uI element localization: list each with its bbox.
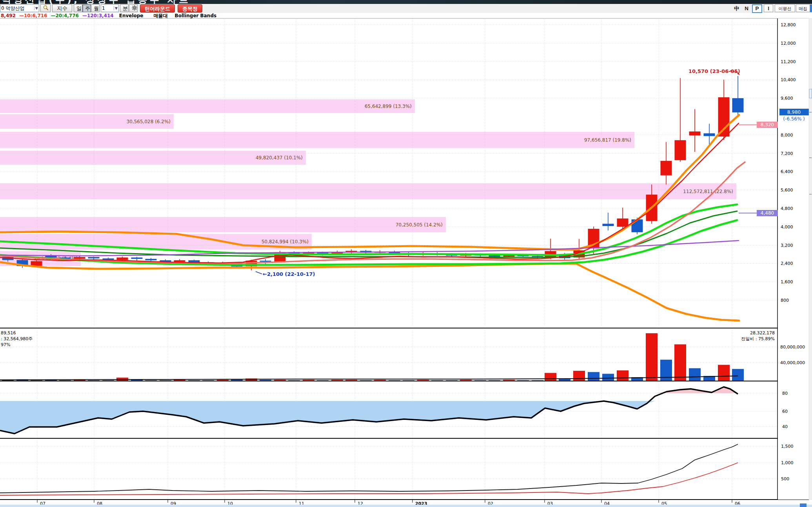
window-bottom-corner <box>800 503 807 507</box>
axis-label: 1,500 <box>781 444 794 449</box>
volume-bar <box>617 370 629 381</box>
line-value-label: 4,480 <box>761 210 774 216</box>
candle-body <box>88 257 100 259</box>
candle-body <box>260 261 271 262</box>
candle-body <box>718 97 730 137</box>
candle-body <box>117 257 128 260</box>
axis-label: 40 <box>782 424 788 429</box>
volume-profile-label: 49,820,437 (10.1%) <box>256 155 303 160</box>
axis-label: 12,000 <box>781 41 796 46</box>
axis-label: 60 <box>782 409 788 414</box>
axis-label: 80,000,000 <box>780 345 805 350</box>
volume-profile-label: 50,824,994 (10.3%) <box>262 239 309 244</box>
volume-bar <box>646 333 658 381</box>
line-value-label: 8,320 <box>761 122 774 128</box>
axis-label: 7,200 <box>781 151 793 156</box>
candle-body <box>675 140 686 160</box>
volume-overlay-left: 97% <box>1 342 10 347</box>
volume-bar <box>674 344 686 381</box>
oscillator-overbought-fill <box>0 387 738 393</box>
candle-body <box>617 219 629 227</box>
volume-bar <box>545 373 556 381</box>
axis-label: 40,000,000 <box>780 360 805 365</box>
window-bottom-strip <box>0 505 812 507</box>
volume-bar <box>660 360 672 381</box>
volume-bar <box>573 371 585 381</box>
low-annotation-arrow <box>256 272 262 274</box>
axis-label: 4,800 <box>781 206 793 211</box>
axis-label: 11,200 <box>781 59 796 64</box>
current-price-value: 8,980 <box>787 109 801 115</box>
candle-body <box>489 255 500 257</box>
volume-bar <box>588 372 599 381</box>
volume-bar <box>718 365 730 381</box>
axis-label: 1,000 <box>781 460 794 465</box>
candle-body <box>704 133 715 136</box>
candle-body <box>174 260 185 262</box>
candle-body <box>145 259 157 261</box>
axis-label: 6,400 <box>781 169 793 174</box>
axis-label: 12,800 <box>781 22 796 27</box>
candle-body <box>661 161 672 175</box>
volume-overlay-right: 전일비 : 75.89% <box>741 336 775 341</box>
axis-label: 3,200 <box>781 243 793 248</box>
candle-body <box>732 98 744 112</box>
axis-label: 10,400 <box>781 77 796 82</box>
volume-profile-band <box>0 99 415 113</box>
axis-label: 1,600 <box>781 279 793 285</box>
axis-label: 8,000 <box>781 133 793 138</box>
envelope-lower-line <box>0 262 739 321</box>
strength-black-line <box>0 444 738 493</box>
low-annotation: ←2,100 (22-10-17) <box>263 271 315 277</box>
candle-body <box>689 131 701 135</box>
axis-label: 500 <box>781 476 789 481</box>
volume-profile-label: 112,572,811 (22.8%) <box>683 189 733 194</box>
volume-bars[interactable] <box>2 333 744 381</box>
volume-bar <box>732 369 744 381</box>
candle-body <box>189 260 200 262</box>
candle-body <box>131 257 143 259</box>
candle-body <box>74 257 85 259</box>
scroll-thumb[interactable] <box>809 89 812 98</box>
chart-window: 덕양산업(주), 성장주 급등주 차트 0 덕양산업 ▼ 지수 일 주 월 1 … <box>0 0 812 507</box>
volume-profile-band <box>0 183 736 199</box>
chart-canvas[interactable]: 65,642,899 (13.3%)30,565,028 (6.2%)97,65… <box>0 0 812 507</box>
volume-profile-label: 97,656,817 (19.8%) <box>584 137 631 143</box>
axis-label: 2,400 <box>781 261 793 266</box>
volume-profile-band <box>0 132 634 148</box>
axis-label: 80 <box>782 391 788 396</box>
volume-overlay-left: : 32,564,980주 <box>1 336 33 341</box>
candle-body <box>31 261 42 266</box>
volume-bar <box>602 374 614 381</box>
axis-label: 5,600 <box>781 188 793 193</box>
candle-body <box>603 224 614 226</box>
volume-overlay-right: 28,322,178 <box>750 330 775 336</box>
axis-label: 4,000 <box>781 224 793 230</box>
current-change-value: (-6.56% ) <box>783 116 805 122</box>
volume-overlay-left: 89,516 <box>1 330 16 336</box>
volume-bar <box>689 368 701 381</box>
volume-profile-label: 30,565,028 (6.2%) <box>127 119 171 124</box>
axis-label: 9,600 <box>781 96 793 101</box>
axis-label: 800 <box>781 298 789 303</box>
volume-profile-label: 65,642,899 (13.3%) <box>365 104 412 109</box>
volume-profile-band <box>0 217 446 232</box>
